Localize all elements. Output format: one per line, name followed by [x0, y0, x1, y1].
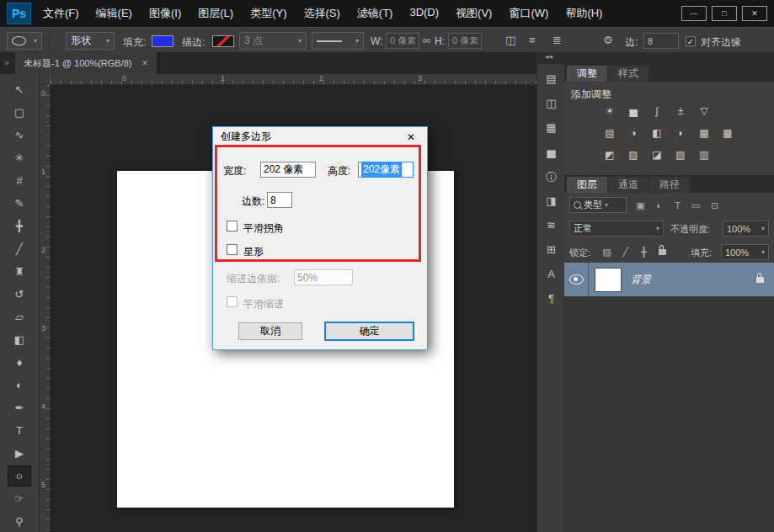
eraser-tool[interactable]: ▱	[8, 306, 31, 327]
document-tab[interactable]: 未标题-1 @ 100%(RGB/8) ×	[15, 52, 157, 74]
smooth-corners-checkbox[interactable]	[227, 221, 238, 231]
info-panel-icon[interactable]: ⓘ	[537, 170, 565, 185]
lock-all-icon[interactable]	[655, 245, 670, 258]
tab-adjustments[interactable]: 调整	[567, 66, 607, 82]
vibrance-icon[interactable]: ▽	[694, 103, 714, 120]
type-layer-filter-icon[interactable]: T	[670, 199, 685, 212]
history-brush-tool[interactable]: ↺	[8, 284, 31, 305]
width-input[interactable]: 202 像素	[260, 162, 316, 178]
star-checkbox[interactable]	[227, 244, 238, 255]
histogram-panel-icon[interactable]: ▅	[537, 146, 565, 158]
blur-tool[interactable]: ♦	[8, 352, 31, 373]
properties-panel-icon[interactable]: ▤	[537, 72, 565, 85]
horizontal-ruler[interactable]: 0123	[51, 74, 536, 85]
rect-marquee-tool[interactable]: ▢	[8, 102, 31, 123]
exposure-icon[interactable]: ±	[670, 103, 691, 120]
paragraph-panel-icon[interactable]: ¶	[537, 292, 565, 305]
lock-pixels-icon[interactable]: ╱	[618, 245, 633, 258]
edges-input[interactable]: 8	[643, 33, 679, 49]
shape-height-input[interactable]: 0 像素	[448, 33, 482, 49]
layer-row-background[interactable]: 背景	[564, 263, 774, 296]
panels-collapse-icon[interactable]: ◂◂	[537, 52, 564, 64]
visibility-toggle[interactable]	[564, 263, 589, 296]
levels-icon[interactable]: ▅	[623, 103, 643, 120]
tool-preset-dropdown[interactable]: ▾	[7, 32, 42, 50]
layer-filter-dropdown[interactable]: 类型 ▾	[569, 197, 627, 213]
zoom-tool[interactable]: ⚲	[8, 511, 31, 532]
menu-3d[interactable]: 3D(D)	[409, 6, 439, 21]
menu-window[interactable]: 窗口(W)	[509, 6, 548, 21]
path-selection-tool[interactable]: ▶	[8, 443, 31, 464]
magic-wand-tool[interactable]: ✳	[8, 147, 31, 168]
tab-channels[interactable]: 通道	[608, 177, 649, 193]
blend-mode-dropdown[interactable]: 正常 ▾	[569, 221, 664, 237]
menu-image[interactable]: 图像(I)	[149, 6, 181, 21]
close-icon[interactable]: ✕	[398, 128, 424, 146]
color-balance-icon[interactable]: ◑	[623, 125, 643, 141]
curves-icon[interactable]: ∫	[647, 103, 667, 120]
move-tool[interactable]: ↖	[8, 79, 31, 100]
menu-help[interactable]: 帮助(H)	[565, 6, 602, 21]
vertical-ruler[interactable]: 012345	[40, 85, 51, 532]
path-arrange-icon[interactable]: ≣	[552, 34, 562, 47]
stroke-width-dropdown[interactable]: 3 点 ▾	[239, 32, 307, 50]
toolbar-collapse-icon[interactable]: »	[4, 57, 9, 67]
align-edges-checkbox[interactable]: ✓	[686, 36, 696, 46]
ellipse-tool[interactable]: ○	[8, 466, 31, 487]
menu-layer[interactable]: 图层(L)	[198, 6, 233, 21]
menu-view[interactable]: 视图(V)	[456, 6, 492, 21]
channel-mixer-icon[interactable]: ▦	[694, 125, 714, 141]
link-dimensions-icon[interactable]: ∞	[423, 34, 430, 47]
lasso-tool[interactable]: ∿	[8, 125, 31, 146]
opacity-value[interactable]: 100% ▾	[723, 221, 769, 237]
height-input[interactable]: 202像素	[358, 162, 414, 178]
lock-position-icon[interactable]: ╋	[637, 245, 651, 258]
fill-opacity-value[interactable]: 100% ▾	[721, 244, 769, 260]
stroke-color-swatch[interactable]	[212, 35, 234, 47]
tab-paths[interactable]: 路径	[649, 177, 690, 193]
pen-tool[interactable]: ✒	[8, 397, 31, 418]
close-button[interactable]: ✕	[742, 6, 767, 21]
hue-saturation-icon[interactable]: ▤	[600, 125, 620, 141]
brush-panel-icon[interactable]: ≋	[537, 219, 565, 231]
tool-mode-dropdown[interactable]: 形状 ▾	[66, 32, 115, 50]
healing-brush-tool[interactable]: ╋	[8, 215, 31, 237]
sides-input[interactable]: 8	[267, 192, 292, 208]
character-panel-icon[interactable]: A	[537, 268, 565, 280]
menu-filter[interactable]: 滤镜(T)	[357, 6, 393, 21]
invert-icon[interactable]: ◩	[600, 146, 620, 163]
fill-color-swatch[interactable]	[152, 35, 173, 47]
color-panel-icon[interactable]: ◨	[537, 194, 565, 207]
stroke-style-dropdown[interactable]: ▾	[312, 32, 364, 50]
shape-layer-filter-icon[interactable]: ▭	[689, 199, 703, 212]
tab-layers[interactable]: 图层	[567, 177, 607, 193]
menu-file[interactable]: 文件(F)	[43, 6, 79, 21]
tab-styles[interactable]: 样式	[608, 66, 649, 82]
brightness-contrast-icon[interactable]: ☀	[600, 103, 620, 120]
menu-type[interactable]: 类型(Y)	[250, 6, 286, 21]
selective-color-icon[interactable]: ▧	[670, 146, 691, 163]
type-tool[interactable]: T	[8, 420, 31, 441]
hand-tool[interactable]: ☞	[8, 488, 31, 509]
clone-stamp-tool[interactable]: ♜	[8, 261, 31, 282]
tool-presets-panel-icon[interactable]: ⊞	[537, 243, 565, 256]
pixel-layer-filter-icon[interactable]: ▣	[633, 199, 648, 212]
color-lookup-icon[interactable]: ▩	[718, 125, 738, 141]
gradient-tool[interactable]: ◧	[8, 329, 31, 350]
menu-edit[interactable]: 编辑(E)	[96, 6, 132, 21]
gear-icon[interactable]: ⚙	[603, 34, 613, 47]
dodge-tool[interactable]: ◐	[8, 375, 31, 396]
brush-tool[interactable]: ╱	[8, 238, 31, 259]
eyedropper-tool[interactable]: ✎	[8, 193, 31, 214]
maximize-button[interactable]: □	[712, 6, 737, 21]
path-operations-icon[interactable]: ◫	[505, 34, 515, 47]
cancel-button[interactable]: 取消	[238, 322, 302, 340]
close-tab-icon[interactable]: ×	[142, 57, 148, 69]
menu-select[interactable]: 选择(S)	[303, 6, 339, 21]
adjustment-layer-filter-icon[interactable]: ◐	[652, 199, 666, 212]
layer-thumbnail[interactable]	[595, 269, 621, 291]
gradient-map-icon[interactable]: ▥	[694, 146, 714, 163]
shape-width-input[interactable]: 0 像素	[386, 33, 419, 49]
photo-filter-icon[interactable]: ◗	[670, 125, 691, 141]
smart-object-filter-icon[interactable]: ⊡	[707, 199, 722, 212]
